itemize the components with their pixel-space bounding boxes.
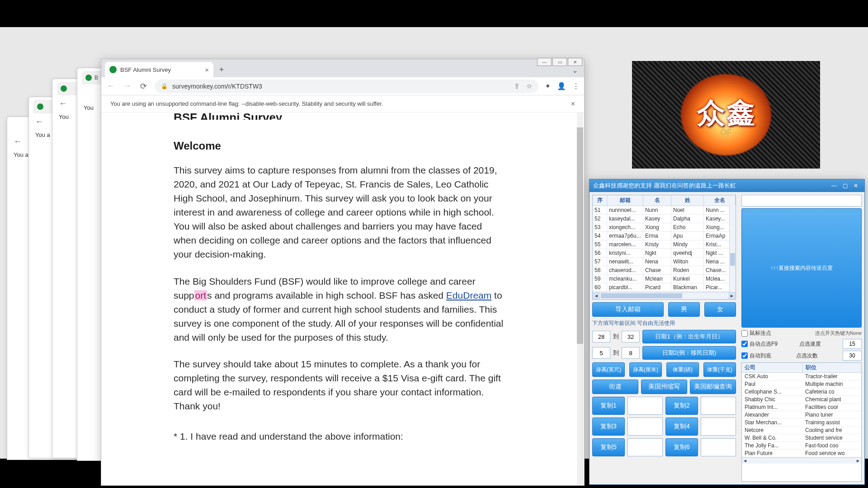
copy6-button[interactable]: 复制6 — [665, 438, 698, 456]
tab-list-chevron-icon[interactable]: ⌄ — [572, 66, 578, 75]
search-baidu-button[interactable]: ↑↑↑直接搜索内容传送百度 — [741, 208, 862, 328]
copy5-button[interactable]: 复制5 — [592, 438, 625, 456]
state-abbr-button[interactable]: 美国州缩写 — [641, 380, 687, 394]
male-button[interactable]: 男 — [668, 302, 700, 317]
list-item[interactable]: NetcoreCooling and fre — [742, 427, 861, 434]
survey-paragraph-2: The Big Shoulders Fund (BSF) would like … — [174, 274, 505, 344]
list-item[interactable]: Cellophane S...Cafeteria co — [742, 388, 861, 396]
table-row[interactable]: 60picardbl...PicardBlackmanPicar... — [593, 283, 736, 292]
forward-button[interactable]: → — [122, 81, 132, 91]
female-button[interactable]: 女 — [704, 302, 736, 317]
share-icon[interactable]: ⇧ — [514, 82, 520, 90]
table-row[interactable]: 57nenawilt...NenaWiltonNena ... — [593, 258, 736, 266]
street-button[interactable]: 街道 — [592, 380, 638, 394]
auto-select-checkbox[interactable]: 自动点选F9 — [741, 340, 778, 348]
list-item[interactable]: AlexanderPiano tuner — [742, 411, 861, 419]
list-item[interactable]: The Jolly Fa...Fast-food coo — [742, 442, 861, 450]
grid-vscroll[interactable] — [729, 205, 736, 292]
age-from-input[interactable] — [592, 331, 610, 343]
bookmark-icon[interactable]: ☆ — [526, 82, 532, 90]
zipcode-button[interactable]: 美国邮编查询 — [690, 380, 736, 394]
table-row[interactable]: 51nunnnoel...NunnNoelNunn ... — [593, 206, 736, 215]
minimize-button[interactable]: — — [537, 58, 552, 66]
list-item[interactable]: Shabby ChicChemical plant — [742, 396, 861, 404]
copy2-button[interactable]: 复制2 — [665, 397, 698, 415]
table-row[interactable]: 54ermaa7p6u...ErmaApuErmaAp — [593, 232, 736, 240]
browser-window: — ▭ ✕ BSF Alumni Survey × + ⌄ ← → ⟳ 🔒 su… — [101, 59, 585, 486]
address-bar: ← → ⟳ 🔒 surveymonkey.com/r/KTDSTW3 ⇧ ☆ ✦… — [101, 77, 584, 95]
company-list[interactable]: 公司 职位 CSK AutoTractor-trailerPaulMultipl… — [741, 362, 862, 482]
tool-left-panel: 序 邮箱 名 姓 全名 51nunnnoel...NunnNoelNunn ..… — [590, 192, 739, 484]
survey-title: BSF Alumni Survey — [174, 113, 505, 120]
height-cm-button[interactable]: 身高(厘米) — [629, 362, 662, 377]
table-row[interactable]: 58chaserod...ChaseRodenChase... — [593, 266, 736, 275]
browser-tab[interactable]: BSF Alumni Survey × — [105, 62, 213, 77]
reload-button[interactable]: ⟳ — [138, 81, 148, 91]
date2-button[interactable]: 日期2(例：移民日期) — [642, 346, 736, 360]
tool-titlebar[interactable]: 众鑫科技感谢您的支持 愿我们在问答的道路上一路长虹 — ▢ ✕ — [590, 179, 864, 192]
vertical-scrollbar[interactable] — [577, 113, 583, 485]
warning-text: You are using an unsupported command-lin… — [110, 100, 383, 107]
import-email-button[interactable]: 导入邮箱 — [592, 302, 664, 317]
copy3-input[interactable] — [627, 418, 663, 436]
profile-icon[interactable]: 👤 — [557, 82, 566, 90]
copy6-input[interactable] — [701, 438, 736, 456]
copy2-input[interactable] — [701, 397, 736, 415]
copy1-button[interactable]: 复制1 — [592, 397, 625, 415]
list-hscroll[interactable]: ◄► — [742, 457, 861, 464]
scroll-left-icon[interactable]: ◄ — [593, 292, 600, 299]
age-hint: 下方填写年龄区间 可自由无活使用 — [592, 319, 736, 327]
infobar-close-icon[interactable]: × — [571, 100, 575, 108]
survey-paragraph-1: This survey aims to capture responses fr… — [174, 163, 505, 262]
copy3-button[interactable]: 复制3 — [592, 418, 625, 436]
table-row[interactable]: 55marcelen...KristyMindyKrist... — [593, 240, 736, 249]
select-speed-input[interactable] — [843, 339, 862, 349]
menu-icon[interactable]: ⋮ — [572, 82, 580, 90]
table-row[interactable]: 53xiongech...XiongEchoXiong... — [593, 223, 736, 232]
scroll-thumb[interactable] — [577, 127, 583, 344]
tool-close-button[interactable]: ✕ — [851, 182, 861, 190]
search-input[interactable] — [741, 195, 862, 206]
weight-lb-button[interactable]: 体重(磅) — [666, 362, 699, 377]
edudream-link[interactable]: EduDream — [446, 290, 491, 300]
favicon-icon — [61, 85, 67, 92]
close-button[interactable]: ✕ — [568, 58, 582, 66]
list-item[interactable]: CSK AutoTractor-trailer — [742, 373, 861, 380]
back-button[interactable]: ← — [106, 81, 116, 91]
grid-hscroll[interactable]: ◄ ► — [593, 292, 736, 299]
logo-subtext: OF — [721, 128, 732, 137]
copy4-input[interactable] — [701, 418, 736, 436]
age-to-input[interactable] — [622, 331, 640, 343]
question-1: * 1. I have read and understand the abov… — [174, 431, 505, 442]
tool-minimize-button[interactable]: — — [829, 182, 839, 190]
url-input[interactable]: 🔒 surveymonkey.com/r/KTDSTW3 ⇧ ☆ — [155, 80, 538, 93]
scroll-right-icon[interactable]: ► — [728, 292, 736, 299]
tab-close-icon[interactable]: × — [205, 66, 209, 74]
table-row[interactable]: 59mcleanku...McleanKunkelMclea... — [593, 275, 736, 283]
list-item[interactable]: Plan FutureFood service wo — [742, 450, 861, 457]
maximize-button[interactable]: ▭ — [552, 58, 567, 66]
copy1-input[interactable] — [627, 397, 663, 415]
list-item[interactable]: Platinum Int...Facilities coor — [742, 404, 861, 411]
url-text: surveymonkey.com/r/KTDSTW3 — [172, 83, 262, 90]
tool-maximize-button[interactable]: ▢ — [840, 182, 850, 190]
weight-kg-button[interactable]: 体重(千克) — [703, 362, 736, 377]
list-item[interactable]: PaulMultiple machin — [742, 380, 861, 388]
table-row[interactable]: 52kaseydal...KaseyDalphaKasey... — [593, 215, 736, 223]
table-row[interactable]: 56kristyni...NgktqveehdjNgkt ... — [593, 249, 736, 258]
month-to-input[interactable] — [622, 347, 640, 359]
list-item[interactable]: Star Merchan...Training assist — [742, 419, 861, 427]
month-from-input[interactable] — [592, 347, 610, 359]
height-ft-button[interactable]: 身高(英尺) — [592, 362, 625, 377]
select-count-input[interactable] — [843, 351, 862, 361]
copy5-input[interactable] — [627, 438, 663, 456]
auto-bottom-checkbox[interactable]: 自动到底 — [741, 352, 771, 360]
mouse-click-checkbox[interactable]: 鼠标连点 — [741, 329, 771, 337]
copy4-button[interactable]: 复制4 — [665, 418, 698, 436]
date1-button[interactable]: 日期1（例：出生年月日） — [642, 330, 736, 343]
data-grid[interactable]: 序 邮箱 名 姓 全名 51nunnnoel...NunnNoelNunn ..… — [592, 195, 736, 300]
text-highlight: ort — [194, 290, 208, 300]
list-item[interactable]: W. Bell & Co.Student service — [742, 434, 861, 442]
extensions-icon[interactable]: ✦ — [545, 82, 551, 90]
new-tab-button[interactable]: + — [215, 63, 228, 76]
